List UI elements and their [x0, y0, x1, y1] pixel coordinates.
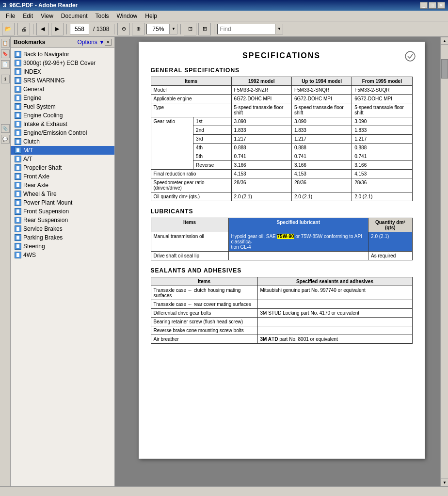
bookmark-item-front-axle[interactable]: Front Axle: [11, 172, 114, 181]
bookmark-doc-icon-20: [15, 217, 21, 224]
main-area: 📋 🔖 📄 ℹ 📎 💬 Bookmarks Options ▼ ✕ Back t…: [0, 37, 448, 486]
bookmarks-header: Bookmarks Options ▼ ✕: [11, 37, 114, 48]
vertical-scrollbar[interactable]: ▲ ▼: [440, 37, 448, 486]
bookmark-item-ppm[interactable]: Power Plant Mount: [11, 198, 114, 207]
bookmark-item-intake[interactable]: Intake & Exhaust: [11, 120, 114, 128]
comment-icon[interactable]: 💬: [1, 135, 10, 144]
section2-title: LUBRICANTS: [151, 208, 413, 215]
lub-th-qty: Quantity dm³ (qts): [368, 218, 412, 232]
bookmark-doc-icon-16: [15, 182, 21, 189]
bookmark-doc-icon-7: [15, 103, 21, 110]
bookmark-item-steering[interactable]: Steering: [11, 242, 114, 251]
scroll-track: [441, 45, 448, 479]
menu-help[interactable]: Help: [141, 12, 161, 20]
forward-button[interactable]: ▶: [51, 23, 64, 35]
fit-width-button[interactable]: ⊞: [198, 23, 211, 35]
menu-file[interactable]: File: [2, 12, 19, 20]
print-button[interactable]: 🖨: [17, 23, 30, 35]
nav-icon[interactable]: 📋: [1, 39, 10, 48]
bookmarks-close-button[interactable]: ✕: [105, 39, 112, 46]
page-number-input[interactable]: [70, 24, 89, 34]
zoom-out-button[interactable]: ⊖: [117, 23, 130, 35]
toolbar-separator-4: [180, 24, 181, 34]
th-items: Items: [151, 77, 231, 86]
bookmark-item-service-brakes[interactable]: Service Brakes: [11, 224, 114, 233]
bookmark-doc-icon-18: [15, 199, 21, 206]
bookmark-doc-icon-4: [15, 77, 21, 84]
info-icon[interactable]: ℹ: [1, 75, 10, 83]
bookmark-item-rear-axle[interactable]: Rear Axle: [11, 181, 114, 190]
bookmark-item-general[interactable]: General: [11, 85, 114, 94]
qty-cell: 2.0 (2.1): [368, 232, 412, 252]
bookmark-item-front-suspension[interactable]: Front Suspension: [11, 207, 114, 216]
th-1992: 1992 model: [231, 77, 291, 86]
back-button[interactable]: ◀: [36, 23, 49, 35]
lubricant-cell: Hypoid gear oil, SAE 75W-90 or 75W-85W c…: [228, 232, 368, 252]
restore-button[interactable]: ▯: [429, 2, 436, 9]
close-button[interactable]: ✕: [437, 2, 445, 9]
bookmark-item-back-to-navigator[interactable]: Back to Navigator: [11, 50, 114, 59]
bookmark-item-wheel[interactable]: Wheel & Tire: [11, 190, 114, 198]
section3-title: SEALANTS AND ADHESIVES: [151, 267, 413, 274]
zoom-in-button[interactable]: ⊕: [132, 23, 144, 35]
scroll-down-button[interactable]: ▼: [441, 479, 448, 486]
bookmark-item-rear-suspension[interactable]: Rear Suspension: [11, 216, 114, 224]
bookmark-doc-icon-14: [15, 164, 21, 171]
bookmark-item-emission[interactable]: Engine/Emission Control: [11, 128, 114, 137]
bookmark-doc-icon: [15, 51, 21, 58]
table-row: Transaxle case ← rear cover mating surfa…: [151, 300, 412, 309]
bookmark-item-propeller[interactable]: Propeller Shaft: [11, 163, 114, 172]
bookmark-item-4ws[interactable]: 4WS: [11, 251, 114, 259]
pdf-area[interactable]: SPECIFICATIONS GENERAL SPECIFICATIONS It…: [115, 37, 448, 486]
menu-window[interactable]: Window: [113, 12, 142, 20]
bookmark-item-at[interactable]: A/T: [11, 155, 114, 163]
menu-edit[interactable]: Edit: [19, 12, 37, 20]
page-indicator: [403, 49, 417, 64]
toolbar-separator-3: [114, 24, 114, 34]
fit-page-button[interactable]: ⊡: [184, 23, 196, 35]
menu-tools[interactable]: Tools: [92, 12, 113, 20]
bookmark-item-parking-brakes[interactable]: Parking Brakes: [11, 233, 114, 242]
bookmark-doc-icon-11: [15, 138, 21, 145]
menu-view[interactable]: View: [37, 12, 57, 20]
bookmark-item-fuel[interactable]: Fuel System: [11, 102, 114, 111]
bookmark-item-engine[interactable]: Engine: [11, 94, 114, 102]
zoom-input[interactable]: [146, 24, 170, 34]
bookmark-item-engine-cooling[interactable]: Engine Cooling: [11, 111, 114, 120]
table-row: Gear ratio 1st 3.090 3.090 3.090: [151, 117, 412, 126]
bookmark-item-cover[interactable]: 3000gt (92-96+) ECB Cover: [11, 59, 114, 67]
bookmark-doc-icon-24: [15, 252, 21, 258]
bookmark-doc-icon-8: [15, 112, 21, 119]
table-row: Final reduction ratio 4.153 4.153 4.153: [151, 170, 412, 178]
menu-document[interactable]: Document: [57, 12, 92, 20]
scroll-thumb[interactable]: [441, 59, 448, 79]
main-title: SPECIFICATIONS: [151, 51, 413, 60]
window-controls: _ ▯ ✕: [420, 2, 445, 9]
minimize-button[interactable]: _: [420, 2, 428, 9]
table-row: Air breather 3M ATD part No. 8001 or equ…: [151, 335, 412, 344]
bookmark-item-srs[interactable]: SRS WARNING: [11, 76, 114, 85]
bookmark-doc-icon-5: [15, 86, 21, 93]
scroll-up-button[interactable]: ▲: [441, 37, 448, 45]
menu-bar: File Edit View Document Tools Window Hel…: [0, 11, 448, 21]
toolbar-separator-2: [66, 24, 67, 34]
attach-icon[interactable]: 📎: [1, 124, 10, 133]
toolbar-separator-5: [214, 24, 214, 34]
bookmark-icon[interactable]: 🔖: [1, 49, 10, 58]
table-row: Applicable engine 6G72-DOHC MPI 6G72-DOH…: [151, 95, 412, 103]
bookmark-doc-icon-22: [15, 234, 21, 241]
section1-title: GENERAL SPECIFICATIONS: [151, 67, 413, 74]
options-button[interactable]: Options ▼: [77, 39, 105, 46]
bookmark-item-clutch[interactable]: Clutch: [11, 137, 114, 146]
bookmark-item-mt[interactable]: M/T: [11, 146, 114, 155]
search-input[interactable]: [217, 24, 275, 34]
page-icon[interactable]: 📄: [1, 60, 10, 69]
bookmark-doc-icon-10: [15, 129, 21, 136]
open-button[interactable]: 📂: [2, 23, 15, 35]
table-row: Transaxle case ← clutch housing mating s…: [151, 286, 412, 300]
bookmark-item-index[interactable]: INDEX: [11, 67, 114, 76]
search-dropdown-button[interactable]: ▼: [275, 24, 283, 34]
status-bar: [0, 486, 448, 496]
zoom-dropdown-button[interactable]: ▼: [170, 24, 177, 34]
title-bar: 3_96C.PDF - Adobe Reader _ ▯ ✕: [0, 0, 448, 11]
